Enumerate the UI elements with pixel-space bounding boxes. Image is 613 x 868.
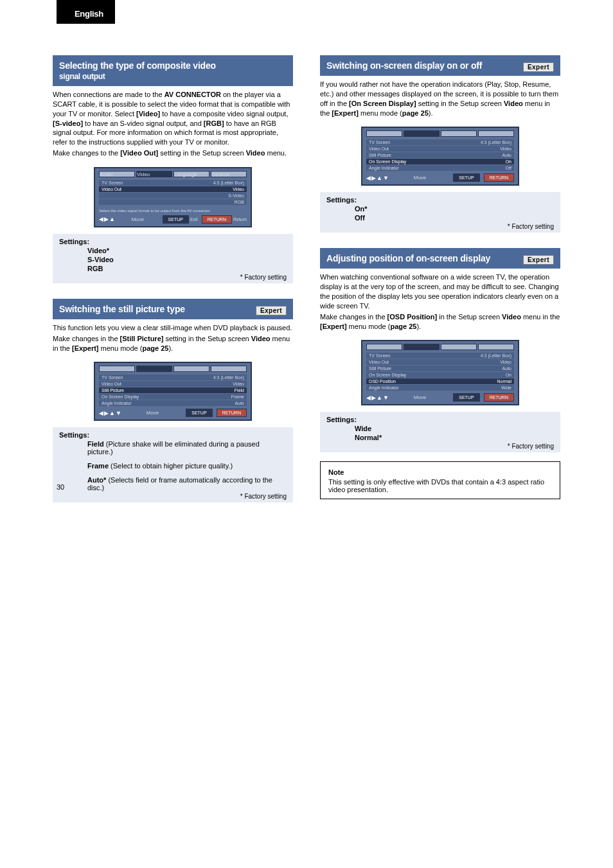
menu-row: On Screen DisplayOn <box>366 372 514 378</box>
move-label: Move <box>147 410 159 416</box>
arrow-icons: ◀▶▲▼ <box>366 394 389 401</box>
section-header: Selecting the type of composite video si… <box>53 55 293 86</box>
menu-tab <box>478 130 514 137</box>
menu-tab: General <box>211 171 247 177</box>
t: Make changes in the <box>53 335 120 342</box>
setup-button: SETUP <box>453 393 479 402</box>
setting-option: Normal* <box>355 434 382 441</box>
left-column: Selecting the type of composite video si… <box>53 55 293 502</box>
setting-option: RGB <box>87 265 103 272</box>
exit-label: Exit <box>190 217 198 222</box>
page-number: 30 <box>57 483 64 491</box>
t: ). <box>168 344 173 352</box>
note-body: This setting is only effective with DVDs… <box>328 478 552 493</box>
move-label: Move <box>414 394 427 400</box>
t: When connections are made to the <box>53 91 164 98</box>
note-title: Note <box>328 468 552 476</box>
expert-badge: Expert <box>523 62 554 72</box>
t: setting in the Setup screen <box>158 149 245 157</box>
section-subtitle: signal output <box>59 72 287 81</box>
factory-note: * Factory setting <box>326 443 554 450</box>
arrow-icons: ◀▶▲▼ <box>366 175 389 181</box>
setting-option: Off <box>355 214 365 222</box>
menu-row: Still PictureAuto <box>366 366 514 371</box>
settings-label: Settings: <box>326 196 554 204</box>
t: [RGB] <box>204 120 224 127</box>
t: Video <box>502 313 521 321</box>
menu-tab <box>366 130 402 137</box>
section-header: Adjusting position of on-screen display … <box>320 248 560 269</box>
language-tab: English <box>57 0 115 24</box>
menu-row: TV Screen4:3 (Letter Box) <box>366 353 514 359</box>
t: [Video Out] <box>120 149 158 157</box>
menu-screenshot: TV Screen4:3 (Letter Box) Video OutVideo… <box>94 362 252 421</box>
menu-tab: Language <box>173 171 209 177</box>
note-box: Note This setting is only effective with… <box>320 461 560 499</box>
section-still-picture: Switching the still picture type Expert … <box>53 299 293 503</box>
menu-hint: Select the video signal format to be out… <box>99 209 247 213</box>
expert-badge: Expert <box>523 255 554 265</box>
t: Video <box>504 100 523 107</box>
setting-option: Auto* <box>87 476 106 484</box>
t: Make changes in the <box>320 313 387 321</box>
setting-option: Wide <box>355 425 371 432</box>
t: When watching conventional software on a… <box>320 272 560 310</box>
section-osd-position: Adjusting position of on-screen display … <box>320 248 560 499</box>
menu-screenshot: TV Screen4:3 (Letter Box) Video OutVideo… <box>361 340 519 405</box>
setting-option: S-Video <box>87 256 114 263</box>
menu-tab <box>478 344 514 350</box>
section-osd: Switching on-screen display on or off Ex… <box>320 55 560 233</box>
section-title: Switching the still picture type <box>59 304 287 314</box>
t: menu. <box>265 149 287 157</box>
settings-label: Settings: <box>59 431 287 439</box>
t: [Expert] <box>72 344 99 352</box>
settings-block: Settings: Wide Normal* * Factory setting <box>320 412 560 452</box>
move-label: Move <box>131 217 144 222</box>
menu-row: Still PictureAuto <box>366 152 514 158</box>
menu-tab <box>136 366 172 372</box>
t: page 25 <box>142 344 168 352</box>
arrow-icons: ◀▶▲ <box>99 216 116 222</box>
t: to have an S-video signal output, and <box>83 120 204 127</box>
t: [Expert] <box>320 323 347 330</box>
menu-tab <box>404 344 440 350</box>
section-title: Selecting the type of composite video <box>59 60 287 71</box>
setup-button: SETUP <box>163 215 189 224</box>
menu-row: On Screen DisplayOn <box>366 159 514 164</box>
setting-option: Frame <box>87 462 109 470</box>
right-column: Switching on-screen display on or off Ex… <box>320 55 560 502</box>
expert-badge: Expert <box>256 306 287 315</box>
setting-option: Video* <box>87 247 109 254</box>
menu-row: Video OutVideo <box>99 186 247 192</box>
menu-row: Still PictureField <box>99 387 247 393</box>
menu-row: Angle IndicatorOff <box>366 165 514 171</box>
return-label: Return <box>233 217 247 222</box>
t: [Expert] <box>332 109 359 117</box>
t: [S-video] <box>53 120 83 127</box>
t: menu mode ( <box>347 323 391 330</box>
section-body: This function lets you view a clear stil… <box>53 319 293 356</box>
settings-label: Settings: <box>326 416 554 423</box>
t: [Still Picture] <box>120 335 164 342</box>
t: in the Setup screen <box>437 313 502 321</box>
settings-block: Settings: Video* S-Video RGB * Factory s… <box>53 234 293 283</box>
t: [OSD Position] <box>387 313 438 321</box>
return-button: RETURN <box>217 409 247 417</box>
t: setting in the Setup screen <box>163 335 251 342</box>
move-label: Move <box>414 175 427 181</box>
menu-screenshot: TV Screen4:3 (Letter Box) Video OutVideo… <box>361 127 519 186</box>
section-body: When connections are made to the AV CONN… <box>53 86 293 161</box>
section-video-out: Selecting the type of composite video si… <box>53 55 293 283</box>
menu-tab <box>211 366 247 372</box>
setting-option: Field <box>87 440 104 448</box>
menu-tab <box>99 366 135 372</box>
settings-block: Settings: Field (Picture shake will be e… <box>53 427 293 502</box>
section-title: Adjusting position of on-screen display <box>326 253 554 263</box>
setup-button: SETUP <box>453 173 479 182</box>
menu-tab: Video <box>136 171 172 177</box>
section-header: Switching on-screen display on or off Ex… <box>320 55 560 76</box>
t: This function lets you view a clear stil… <box>53 323 293 333</box>
menu-tab <box>366 344 402 350</box>
t: page 25 <box>402 109 429 117</box>
t: menu mode ( <box>359 109 402 117</box>
